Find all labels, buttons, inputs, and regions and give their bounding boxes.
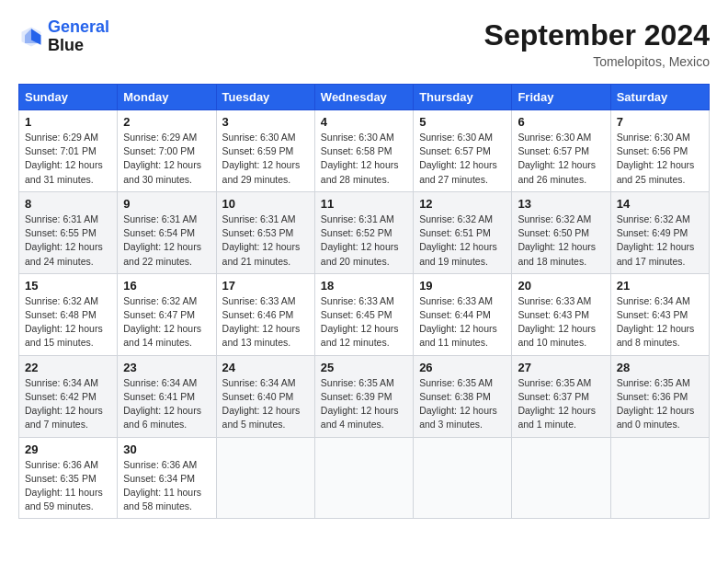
day-number: 8: [25, 197, 111, 211]
day-number: 17: [222, 279, 309, 293]
day-number: 16: [123, 279, 210, 293]
day-number: 11: [321, 197, 407, 211]
day-info: Sunrise: 6:31 AM Sunset: 6:54 PM Dayligh…: [123, 213, 210, 269]
day-info: Sunrise: 6:33 AM Sunset: 6:45 PM Dayligh…: [321, 294, 407, 350]
table-row: 13Sunrise: 6:32 AM Sunset: 6:50 PM Dayli…: [512, 191, 610, 273]
table-row: 14Sunrise: 6:32 AM Sunset: 6:49 PM Dayli…: [610, 191, 709, 273]
col-sunday: Sunday: [19, 85, 118, 110]
day-number: 15: [25, 279, 111, 293]
table-row: 25Sunrise: 6:35 AM Sunset: 6:39 PM Dayli…: [314, 355, 413, 437]
table-row: 8Sunrise: 6:31 AM Sunset: 6:55 PM Daylig…: [19, 191, 118, 273]
table-row: 5Sunrise: 6:30 AM Sunset: 6:57 PM Daylig…: [414, 110, 512, 192]
col-tuesday: Tuesday: [216, 85, 314, 110]
day-number: 30: [123, 442, 210, 456]
day-info: Sunrise: 6:35 AM Sunset: 6:38 PM Dayligh…: [419, 376, 506, 432]
day-info: Sunrise: 6:30 AM Sunset: 6:57 PM Dayligh…: [419, 131, 506, 187]
day-info: Sunrise: 6:29 AM Sunset: 7:00 PM Dayligh…: [123, 131, 210, 187]
table-row: 21Sunrise: 6:34 AM Sunset: 6:43 PM Dayli…: [610, 273, 709, 355]
page-header: General Blue September 2024 Tomelopitos,…: [18, 18, 710, 69]
day-info: Sunrise: 6:31 AM Sunset: 6:55 PM Dayligh…: [25, 213, 111, 269]
day-info: Sunrise: 6:34 AM Sunset: 6:40 PM Dayligh…: [222, 376, 309, 432]
month-year: September 2024: [484, 18, 710, 52]
day-info: Sunrise: 6:30 AM Sunset: 6:56 PM Dayligh…: [617, 131, 703, 187]
calendar-week-3: 15Sunrise: 6:32 AM Sunset: 6:48 PM Dayli…: [19, 273, 710, 355]
day-info: Sunrise: 6:34 AM Sunset: 6:41 PM Dayligh…: [123, 376, 210, 432]
col-thursday: Thursday: [414, 85, 512, 110]
col-monday: Monday: [118, 85, 216, 110]
table-row: 24Sunrise: 6:34 AM Sunset: 6:40 PM Dayli…: [216, 355, 314, 437]
day-number: 26: [419, 361, 506, 374]
day-info: Sunrise: 6:33 AM Sunset: 6:44 PM Dayligh…: [419, 294, 506, 350]
calendar-week-5: 29Sunrise: 6:36 AM Sunset: 6:35 PM Dayli…: [19, 437, 710, 519]
table-row: 18Sunrise: 6:33 AM Sunset: 6:45 PM Dayli…: [314, 273, 413, 355]
day-info: Sunrise: 6:34 AM Sunset: 6:42 PM Dayligh…: [25, 376, 111, 432]
day-info: Sunrise: 6:32 AM Sunset: 6:51 PM Dayligh…: [419, 213, 506, 269]
day-number: 5: [419, 115, 506, 129]
day-info: Sunrise: 6:36 AM Sunset: 6:35 PM Dayligh…: [25, 458, 111, 514]
day-info: Sunrise: 6:32 AM Sunset: 6:50 PM Dayligh…: [518, 213, 604, 269]
table-row: [512, 437, 610, 519]
day-info: Sunrise: 6:32 AM Sunset: 6:49 PM Dayligh…: [617, 213, 703, 269]
day-info: Sunrise: 6:33 AM Sunset: 6:46 PM Dayligh…: [222, 294, 309, 350]
table-row: 2Sunrise: 6:29 AM Sunset: 7:00 PM Daylig…: [118, 110, 216, 192]
day-number: 1: [25, 115, 111, 129]
table-row: 19Sunrise: 6:33 AM Sunset: 6:44 PM Dayli…: [414, 273, 512, 355]
day-number: 27: [518, 361, 604, 374]
table-row: 6Sunrise: 6:30 AM Sunset: 6:57 PM Daylig…: [512, 110, 610, 192]
day-info: Sunrise: 6:33 AM Sunset: 6:43 PM Dayligh…: [518, 294, 604, 350]
day-number: 13: [518, 197, 604, 211]
table-row: 20Sunrise: 6:33 AM Sunset: 6:43 PM Dayli…: [512, 273, 610, 355]
day-number: 21: [617, 279, 703, 293]
day-info: Sunrise: 6:34 AM Sunset: 6:43 PM Dayligh…: [617, 294, 703, 350]
title-block: September 2024 Tomelopitos, Mexico: [484, 18, 710, 69]
day-number: 19: [419, 279, 506, 293]
table-row: 17Sunrise: 6:33 AM Sunset: 6:46 PM Dayli…: [216, 273, 314, 355]
day-number: 20: [518, 279, 604, 293]
day-info: Sunrise: 6:30 AM Sunset: 6:59 PM Dayligh…: [222, 131, 309, 187]
logo-icon: [18, 24, 44, 50]
day-number: 12: [419, 197, 506, 211]
table-row: [314, 437, 413, 519]
day-info: Sunrise: 6:35 AM Sunset: 6:39 PM Dayligh…: [321, 376, 407, 432]
table-row: [414, 437, 512, 519]
day-number: 24: [222, 361, 309, 374]
day-info: Sunrise: 6:35 AM Sunset: 6:36 PM Dayligh…: [617, 376, 703, 432]
day-number: 9: [123, 197, 210, 211]
day-info: Sunrise: 6:31 AM Sunset: 6:53 PM Dayligh…: [222, 213, 309, 269]
day-info: Sunrise: 6:31 AM Sunset: 6:52 PM Dayligh…: [321, 213, 407, 269]
table-row: 16Sunrise: 6:32 AM Sunset: 6:47 PM Dayli…: [118, 273, 216, 355]
table-row: 23Sunrise: 6:34 AM Sunset: 6:41 PM Dayli…: [118, 355, 216, 437]
col-friday: Friday: [512, 85, 610, 110]
calendar-table: Sunday Monday Tuesday Wednesday Thursday…: [18, 84, 710, 519]
table-row: [610, 437, 709, 519]
day-number: 28: [617, 361, 703, 374]
table-row: 27Sunrise: 6:35 AM Sunset: 6:37 PM Dayli…: [512, 355, 610, 437]
day-number: 4: [321, 115, 407, 129]
location: Tomelopitos, Mexico: [484, 54, 710, 69]
day-number: 14: [617, 197, 703, 211]
day-number: 25: [321, 361, 407, 374]
logo: General Blue: [18, 18, 109, 55]
day-info: Sunrise: 6:30 AM Sunset: 6:57 PM Dayligh…: [518, 131, 604, 187]
table-row: 4Sunrise: 6:30 AM Sunset: 6:58 PM Daylig…: [314, 110, 413, 192]
table-row: 15Sunrise: 6:32 AM Sunset: 6:48 PM Dayli…: [19, 273, 118, 355]
table-row: 10Sunrise: 6:31 AM Sunset: 6:53 PM Dayli…: [216, 191, 314, 273]
table-row: 1Sunrise: 6:29 AM Sunset: 7:01 PM Daylig…: [19, 110, 118, 192]
calendar-week-1: 1Sunrise: 6:29 AM Sunset: 7:01 PM Daylig…: [19, 110, 710, 192]
col-saturday: Saturday: [610, 85, 709, 110]
day-info: Sunrise: 6:36 AM Sunset: 6:34 PM Dayligh…: [123, 458, 210, 514]
calendar-header-row: Sunday Monday Tuesday Wednesday Thursday…: [19, 85, 710, 110]
day-info: Sunrise: 6:32 AM Sunset: 6:48 PM Dayligh…: [25, 294, 111, 350]
day-number: 29: [25, 442, 111, 456]
day-number: 18: [321, 279, 407, 293]
col-wednesday: Wednesday: [314, 85, 413, 110]
day-number: 23: [123, 361, 210, 374]
day-number: 6: [518, 115, 604, 129]
table-row: 12Sunrise: 6:32 AM Sunset: 6:51 PM Dayli…: [414, 191, 512, 273]
logo-text: General Blue: [48, 18, 109, 55]
table-row: 3Sunrise: 6:30 AM Sunset: 6:59 PM Daylig…: [216, 110, 314, 192]
calendar-week-4: 22Sunrise: 6:34 AM Sunset: 6:42 PM Dayli…: [19, 355, 710, 437]
calendar-week-2: 8Sunrise: 6:31 AM Sunset: 6:55 PM Daylig…: [19, 191, 710, 273]
table-row: 9Sunrise: 6:31 AM Sunset: 6:54 PM Daylig…: [118, 191, 216, 273]
table-row: 26Sunrise: 6:35 AM Sunset: 6:38 PM Dayli…: [414, 355, 512, 437]
